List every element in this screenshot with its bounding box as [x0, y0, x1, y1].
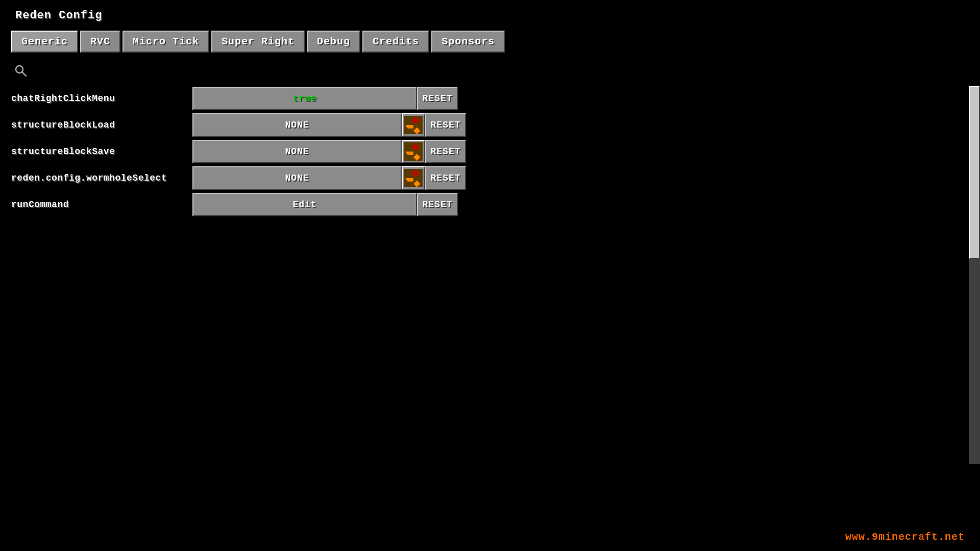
tab-sponsors[interactable]: Sponsors: [431, 31, 505, 53]
svg-rect-20: [412, 172, 420, 175]
config-value-structureBlockLoad[interactable]: NONE: [192, 113, 402, 137]
reset-btn-reden.config.wormholeSelect[interactable]: RESET: [425, 166, 466, 190]
svg-rect-21: [407, 179, 408, 180]
search-area: [11, 61, 30, 80]
config-row-reden.config.wormholeSelect: reden.config.wormholeSelectNONERESET: [11, 165, 466, 191]
tab-rvc[interactable]: RVC: [80, 31, 120, 53]
tab-micro-tick[interactable]: Micro Tick: [122, 31, 209, 53]
config-row-structureBlockSave: structureBlockSaveNONERESET: [11, 139, 466, 164]
svg-rect-24: [410, 179, 411, 180]
keybind-btn-structureBlockSave[interactable]: [402, 140, 425, 163]
svg-rect-14: [408, 153, 409, 154]
keybind-icon-svg: [404, 116, 423, 134]
keybind-icon-svg: [404, 142, 423, 161]
config-value-text-chatRightClickMenu: true: [292, 93, 316, 104]
svg-rect-4: [412, 119, 420, 122]
keybind-icon-svg: [404, 169, 423, 187]
keybind-btn-reden.config.wormholeSelect[interactable]: [402, 166, 425, 190]
config-value-structureBlockSave[interactable]: NONE: [192, 140, 402, 163]
svg-rect-15: [409, 153, 410, 154]
svg-rect-16: [410, 153, 411, 154]
config-row-chatRightClickMenu: chatRightClickMenutrueRESET: [11, 86, 466, 111]
config-row-structureBlockLoad: structureBlockLoadNONERESET: [11, 112, 466, 138]
scrollbar-thumb[interactable]: [969, 86, 980, 259]
config-value-text-structureBlockLoad: NONE: [285, 120, 309, 130]
reset-btn-runCommand[interactable]: RESET: [417, 193, 458, 216]
config-value-text-runCommand: Edit: [292, 199, 316, 210]
svg-rect-12: [412, 146, 420, 148]
tab-super-right[interactable]: Super Right: [211, 31, 305, 53]
svg-rect-22: [408, 179, 409, 180]
svg-rect-5: [407, 126, 408, 127]
config-label-chatRightClickMenu: chatRightClickMenu: [11, 93, 192, 104]
svg-rect-7: [409, 126, 410, 127]
config-label-structureBlockSave: structureBlockSave: [11, 146, 192, 157]
watermark: www.9minecraft.net: [845, 531, 965, 543]
svg-rect-13: [407, 153, 408, 154]
svg-rect-23: [409, 179, 410, 180]
config-label-runCommand: runCommand: [11, 199, 192, 210]
config-value-chatRightClickMenu[interactable]: true: [192, 87, 417, 110]
app-title: Reden Config: [15, 9, 102, 22]
config-value-runCommand[interactable]: Edit: [192, 193, 417, 216]
config-value-reden.config.wormholeSelect[interactable]: NONE: [192, 166, 402, 190]
config-value-text-reden.config.wormholeSelect: NONE: [285, 173, 309, 183]
tab-debug[interactable]: Debug: [307, 31, 360, 53]
reset-btn-chatRightClickMenu[interactable]: RESET: [417, 87, 458, 110]
reset-btn-structureBlockLoad[interactable]: RESET: [425, 113, 466, 137]
svg-rect-25: [411, 179, 412, 180]
search-icon[interactable]: [11, 61, 30, 80]
svg-rect-8: [410, 126, 411, 127]
tab-bar: GenericRVCMicro TickSuper RightDebugCred…: [11, 31, 505, 53]
config-label-reden.config.wormholeSelect: reden.config.wormholeSelect: [11, 173, 192, 183]
config-row-runCommand: runCommandEditRESET: [11, 192, 466, 217]
config-value-text-structureBlockSave: NONE: [285, 146, 309, 157]
tab-generic[interactable]: Generic: [11, 31, 78, 53]
svg-rect-6: [408, 126, 409, 127]
reset-btn-structureBlockSave[interactable]: RESET: [425, 140, 466, 163]
svg-rect-9: [411, 126, 412, 127]
config-label-structureBlockLoad: structureBlockLoad: [11, 120, 192, 130]
keybind-btn-structureBlockLoad[interactable]: [402, 113, 425, 137]
svg-line-1: [22, 72, 26, 76]
tab-credits[interactable]: Credits: [362, 31, 429, 53]
scrollbar-track[interactable]: [969, 86, 980, 464]
search-icon-svg: [13, 63, 28, 78]
config-rows: chatRightClickMenutrueRESETstructureBloc…: [11, 86, 466, 217]
svg-rect-17: [411, 153, 412, 154]
